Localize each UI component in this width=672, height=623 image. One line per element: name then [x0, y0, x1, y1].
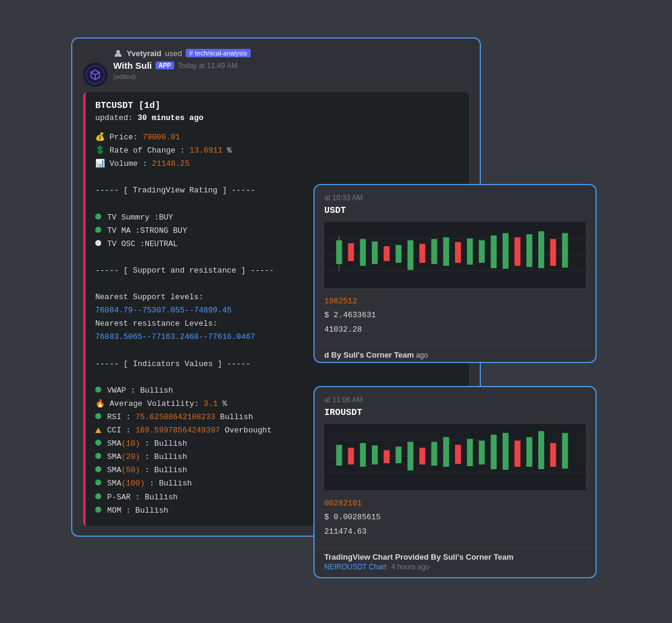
third-card-chart	[324, 424, 586, 490]
svg-rect-16	[432, 239, 438, 264]
svg-rect-15	[419, 244, 425, 263]
tc-chart-link[interactable]: NEIROUSDT Chart	[324, 563, 386, 571]
tag-badge[interactable]: # technical-analysis	[186, 49, 251, 57]
third-card-inner: at 11:06 AM IROUSDT	[315, 387, 595, 547]
second-card-inner: at 10:33 AM USDT	[315, 185, 595, 345]
cci-status: Overbought	[225, 426, 272, 435]
svg-rect-34	[360, 443, 366, 467]
message-timestamp: Today at 11:49 AM	[178, 62, 237, 70]
third-card-timestamp: at 11:06 AM	[324, 396, 586, 404]
rsi-label: RSI :	[107, 413, 131, 422]
svg-rect-14	[407, 240, 413, 270]
svg-rect-10	[360, 239, 366, 265]
roc-emoji: 💲	[95, 146, 105, 155]
svg-rect-17	[443, 237, 449, 265]
svg-rect-43	[467, 439, 473, 466]
resistance-label: Nearest resistance Levels:	[95, 319, 218, 328]
svg-rect-20	[479, 240, 485, 262]
sma20-status: : Bullish	[140, 452, 187, 461]
svg-rect-12	[384, 246, 390, 261]
sma100-status: : Bullish	[145, 479, 192, 488]
volume-line: 📊 Volume : 21148.25	[95, 157, 459, 171]
resistance-values: 76883.5065--77163.2468--77616.0467	[95, 332, 255, 341]
sma10-period: (10)	[121, 439, 140, 448]
support-values: 76084.79--75307.055--74899.45	[95, 306, 231, 315]
second-card-symbol: USDT	[324, 206, 586, 216]
price-emoji: 💰	[95, 133, 110, 142]
sc-val1: 1982512	[324, 297, 357, 306]
support-label: Nearest Support levels:	[95, 293, 203, 302]
embed-title: BTCUSDT [1d]	[95, 101, 459, 111]
green-dot-mom	[95, 507, 101, 513]
avg-vol-unit: %	[222, 399, 227, 408]
tv-summary-text: TV Summry :BUY	[107, 213, 173, 222]
sc-val3-line: 41032.28	[324, 323, 586, 337]
rsi-status-text: Bullish	[220, 413, 253, 422]
second-card-footer: d By Suli's Corner Team ago	[315, 345, 595, 362]
roc-value: 13.6911	[189, 146, 222, 155]
user-icon	[113, 48, 123, 58]
svg-rect-23	[515, 237, 521, 265]
used-line: Yvetyraid used # technical-analysis	[113, 48, 469, 58]
sc-val3: 41032.28	[324, 325, 362, 334]
third-message-card: at 11:06 AM IROUSDT	[313, 386, 597, 578]
tv-osc-text: TV OSC :NEUTRAL	[107, 239, 178, 248]
sc-val2-line: $ 2.4633631	[324, 308, 586, 322]
used-text: used	[165, 49, 182, 58]
sc-footer-time: ago	[416, 351, 428, 359]
green-dot-vwap	[95, 387, 101, 393]
tc-val2: $ 0.00285615	[324, 513, 381, 522]
avg-vol-value: 3.1	[204, 399, 218, 408]
price-label: Price:	[110, 133, 143, 142]
svg-rect-36	[384, 450, 390, 463]
svg-rect-38	[407, 442, 413, 470]
svg-rect-25	[538, 232, 544, 268]
embed-updated: updated: 30 minutes ago	[95, 113, 459, 122]
avatar	[83, 63, 107, 87]
svg-rect-51	[562, 433, 568, 469]
svg-rect-9	[348, 243, 354, 261]
green-dot-sma20	[95, 453, 101, 459]
svg-rect-40	[432, 442, 438, 466]
green-dot-sma100	[95, 479, 101, 485]
white-dot-osc	[95, 240, 101, 246]
rsi-value: 75.62508642108233	[136, 413, 216, 422]
svg-rect-39	[419, 447, 425, 464]
green-dot-ma	[95, 227, 101, 233]
svg-rect-6	[336, 240, 342, 264]
psar-text: P-SAR : Bullish	[107, 493, 178, 502]
svg-rect-19	[467, 238, 473, 264]
sma10-prefix: SMA	[107, 439, 121, 448]
svg-rect-41	[443, 437, 449, 467]
svg-rect-45	[491, 435, 497, 469]
sc-val1-line: 1982512	[324, 294, 586, 308]
sma50-status: : Bullish	[140, 466, 187, 475]
edited-label: (edited)	[113, 73, 469, 80]
svg-rect-21	[491, 235, 497, 268]
fire-emoji: 🔥	[95, 399, 110, 408]
tc-footer-sub: NEIROUSDT Chart 4 hours ago	[324, 563, 586, 571]
tc-val2-line: $ 0.00285615	[324, 510, 586, 524]
svg-rect-32	[336, 445, 342, 466]
second-card-data: 1982512 $ 2.4633631 41032.28	[324, 294, 586, 337]
third-card-data: 00282101 $ 0.00285615 211474.63	[324, 496, 586, 539]
tc-val1: 00282101	[324, 499, 362, 508]
green-dot-rsi	[95, 413, 101, 419]
svg-rect-48	[526, 437, 532, 467]
sc-footer-title: d By Suli's Corner Team	[324, 350, 414, 359]
volume-value: 21148.25	[152, 159, 189, 168]
bot-name-row: With Suli APP Today at 11:49 AM	[113, 60, 469, 71]
updated-time: 30 minutes ago	[137, 113, 203, 122]
tc-val3-line: 211474.63	[324, 525, 586, 539]
green-dot-summary	[95, 213, 101, 220]
svg-rect-50	[550, 443, 556, 467]
sma50-prefix: SMA	[107, 466, 121, 475]
sma10-status: : Bullish	[140, 439, 187, 448]
svg-rect-33	[348, 447, 354, 464]
triangle-icon-cci	[95, 428, 101, 433]
svg-rect-35	[372, 446, 378, 465]
sma20-prefix: SMA	[107, 452, 121, 461]
second-card-timestamp: at 10:33 AM	[324, 194, 586, 202]
roc-label: Rate of Change :	[110, 146, 190, 155]
sma100-prefix: SMA	[107, 479, 121, 488]
